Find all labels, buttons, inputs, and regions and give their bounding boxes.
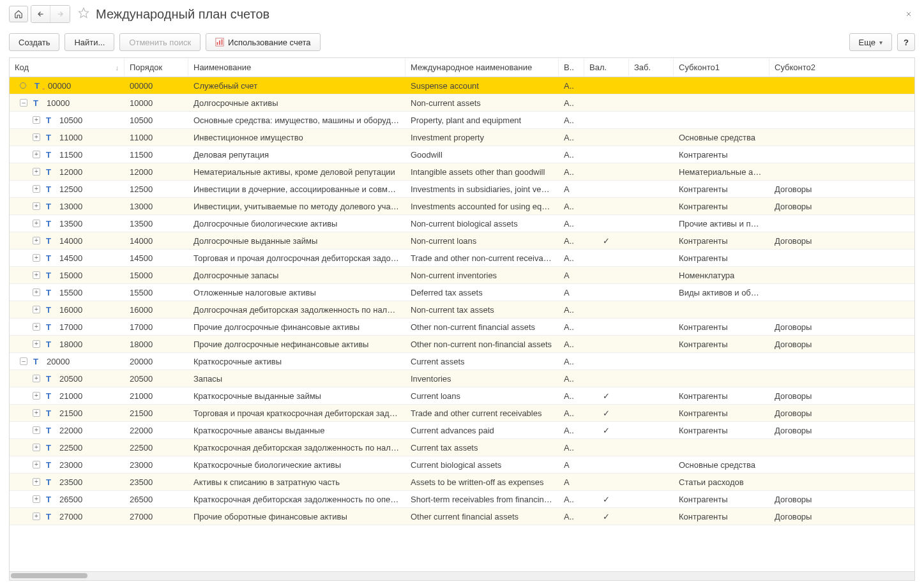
expand-icon[interactable]: + bbox=[33, 288, 40, 296]
table-row[interactable]: +Т1500015000Долгосрочные запасыNon-curre… bbox=[10, 267, 914, 284]
table-row[interactable]: –Т1000010000Долгосрочные активыNon-curre… bbox=[10, 94, 914, 112]
table-row[interactable]: +Т2700027000Прочие оборотные финансовые … bbox=[10, 508, 914, 525]
help-button[interactable]: ? bbox=[897, 33, 915, 51]
v-value: А.. bbox=[559, 495, 584, 504]
horizontal-scrollbar[interactable] bbox=[10, 571, 914, 580]
name-value: Долгосрочные биологические активы bbox=[188, 219, 405, 228]
col-order[interactable]: Порядок bbox=[125, 59, 188, 76]
expand-icon[interactable]: + bbox=[33, 375, 40, 382]
sub2-value: Договоры bbox=[769, 340, 865, 349]
name-value: Долгосрочные выданные займы bbox=[188, 236, 405, 246]
usage-label: Использование счета bbox=[228, 38, 310, 47]
table-row[interactable]: +Т2050020500ЗапасыInventoriesА.. bbox=[10, 370, 914, 387]
chart-icon bbox=[215, 38, 224, 47]
account-icon: Т bbox=[44, 202, 53, 211]
table-row[interactable]: +Т1100011000Инвестиционное имуществоInve… bbox=[10, 129, 914, 146]
account-icon: Т bbox=[44, 150, 53, 160]
col-code[interactable]: Код↓ bbox=[10, 59, 125, 76]
code-value: 16000 bbox=[59, 305, 82, 315]
expand-icon[interactable]: + bbox=[33, 392, 40, 400]
name-value: Запасы bbox=[188, 374, 405, 384]
intl-name-value: Non-current tax assets bbox=[405, 305, 559, 315]
expand-icon[interactable]: + bbox=[33, 444, 40, 451]
code-value: 15500 bbox=[59, 288, 82, 297]
col-val[interactable]: Вал. bbox=[584, 59, 629, 76]
v-value: А.. bbox=[559, 426, 584, 435]
expand-icon[interactable]: + bbox=[33, 151, 40, 158]
name-value: Деловая репутация bbox=[188, 150, 405, 160]
collapse-icon[interactable]: – bbox=[20, 357, 27, 365]
expand-icon[interactable]: + bbox=[33, 202, 40, 210]
usage-button[interactable]: Использование счета bbox=[206, 33, 320, 51]
table-row[interactable]: +Т1350013500Долгосрочные биологические а… bbox=[10, 215, 914, 232]
table-row[interactable]: +Т1150011500Деловая репутацияGoodwillА..… bbox=[10, 146, 914, 163]
expand-icon[interactable]: + bbox=[33, 426, 40, 434]
close-icon bbox=[905, 10, 913, 18]
more-button[interactable]: Еще▾ bbox=[849, 33, 892, 51]
table-row[interactable]: +Т2350023500Активы к списанию в затратну… bbox=[10, 474, 914, 491]
expand-icon[interactable]: + bbox=[33, 495, 40, 503]
table-row[interactable]: +Т1300013000Инвестиции, учитываемые по м… bbox=[10, 198, 914, 215]
scrollbar-thumb[interactable] bbox=[11, 573, 87, 578]
home-button[interactable] bbox=[9, 6, 28, 22]
code-cell: +Т22000 bbox=[10, 422, 125, 438]
table-row[interactable]: +Т1450014500Торговая и прочая долгосрочн… bbox=[10, 250, 914, 267]
expand-icon[interactable]: + bbox=[33, 254, 40, 262]
table-row[interactable]: +Т1250012500Инвестиции в дочерние, ассоц… bbox=[10, 181, 914, 198]
table-row[interactable]: –Т2000020000Краткосрочные активыCurrent … bbox=[10, 353, 914, 370]
col-sub1[interactable]: Субконто1 bbox=[674, 59, 769, 76]
forward-button[interactable] bbox=[50, 6, 70, 22]
close-button[interactable] bbox=[902, 8, 915, 21]
order-value: 15500 bbox=[125, 288, 188, 297]
expand-icon[interactable]: + bbox=[33, 133, 40, 141]
table-row[interactable]: +Т1700017000Прочие долгосрочные финансов… bbox=[10, 318, 914, 336]
table-row[interactable]: +Т2150021500Торговая и прочая краткосроч… bbox=[10, 405, 914, 422]
table-row[interactable]: +Т1550015500Отложенные налоговые активыD… bbox=[10, 284, 914, 301]
table-row[interactable]: +Т2300023000Краткосрочные биологические … bbox=[10, 456, 914, 474]
code-cell: +Т26500 bbox=[10, 491, 125, 507]
expand-icon[interactable]: + bbox=[33, 185, 40, 193]
table-row[interactable]: +Т1400014000Долгосрочные выданные займыN… bbox=[10, 232, 914, 250]
table-row[interactable]: +Т1200012000Нематериальные активы, кроме… bbox=[10, 163, 914, 181]
v-value: А.. bbox=[559, 340, 584, 349]
table-row[interactable]: Т0000000000Служебный счетSuspense accoun… bbox=[10, 77, 914, 94]
expand-icon[interactable]: + bbox=[33, 116, 40, 124]
table-row[interactable]: +Т1600016000Долгосрочная дебиторская зад… bbox=[10, 301, 914, 318]
expand-icon[interactable]: + bbox=[33, 323, 40, 331]
expand-icon[interactable]: + bbox=[33, 340, 40, 348]
expand-icon[interactable]: + bbox=[33, 461, 40, 468]
table-row[interactable]: +Т2650026500Краткосрочная дебиторская за… bbox=[10, 491, 914, 508]
code-value: 10500 bbox=[59, 116, 82, 125]
create-button[interactable]: Создать bbox=[9, 33, 59, 51]
table-row[interactable]: +Т2200022000Краткосрочные авансы выданны… bbox=[10, 422, 914, 439]
table-row[interactable]: +Т1050010500Основные средства: имущество… bbox=[10, 112, 914, 129]
expand-icon[interactable]: + bbox=[33, 168, 40, 176]
sub1-value: Контрагенты bbox=[674, 391, 769, 401]
sub1-value: Статьи расходов bbox=[674, 477, 769, 487]
intl-name-value: Goodwill bbox=[405, 150, 559, 160]
col-zab[interactable]: Заб. bbox=[629, 59, 674, 76]
grid-body[interactable]: Т0000000000Служебный счетSuspense accoun… bbox=[10, 77, 914, 571]
col-sub2[interactable]: Субконто2 bbox=[769, 59, 865, 76]
expand-icon[interactable]: + bbox=[33, 306, 40, 313]
expand-icon[interactable]: + bbox=[33, 478, 40, 486]
col-name[interactable]: Наименование bbox=[188, 59, 405, 76]
collapse-icon[interactable]: – bbox=[20, 99, 27, 107]
expand-icon[interactable]: + bbox=[33, 271, 40, 279]
account-icon: Т bbox=[44, 184, 53, 194]
favorite-button[interactable] bbox=[78, 7, 92, 22]
table-row[interactable]: +Т2100021000Краткосрочные выданные займы… bbox=[10, 387, 914, 405]
expand-icon[interactable]: + bbox=[33, 237, 40, 244]
expand-icon[interactable]: + bbox=[33, 513, 40, 520]
table-row[interactable]: +Т1800018000Прочие долгосрочные нефинанс… bbox=[10, 336, 914, 353]
back-button[interactable] bbox=[31, 6, 50, 22]
col-v[interactable]: В.. bbox=[559, 59, 584, 76]
table-row[interactable]: +Т2250022500Краткосрочная дебиторская за… bbox=[10, 439, 914, 456]
find-button[interactable]: Найти... bbox=[64, 33, 114, 51]
code-cell: Т00000 bbox=[10, 77, 125, 94]
expand-icon[interactable]: + bbox=[33, 409, 40, 417]
sub1-value: Виды активов и об… bbox=[674, 288, 769, 297]
v-value: А.. bbox=[559, 202, 584, 211]
col-intl-name[interactable]: Международное наименование bbox=[405, 59, 559, 76]
expand-icon[interactable]: + bbox=[33, 220, 40, 227]
